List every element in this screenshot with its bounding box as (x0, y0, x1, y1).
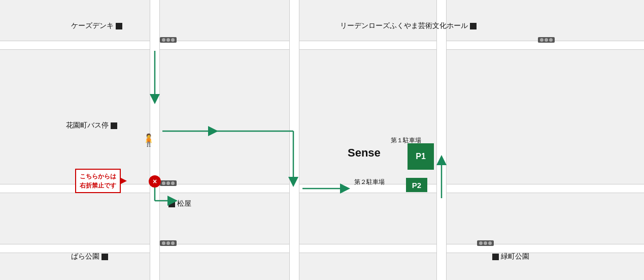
landmark-matsuya-icon (168, 201, 175, 207)
label-ks-denki: ケーズデンキ (71, 21, 122, 30)
traffic-signal-bot-left (160, 240, 177, 246)
no-right-turn-text: こちらからは右折禁止です (80, 173, 116, 189)
label-ks-denki-text: ケーズデンキ (71, 21, 114, 30)
no-right-turn-box: こちらからは右折禁止です (75, 169, 121, 193)
road-v-mid (289, 0, 299, 280)
landmark-midori-koen-icon (492, 254, 499, 260)
parking-p1-block: P1 (408, 143, 434, 170)
bus-stop-person-icon: 🧍 (141, 133, 156, 147)
parking-p2-label: 第２駐車場 (354, 178, 385, 186)
traffic-signal-mid-left (160, 180, 177, 186)
label-hanazono: 花園町バス停 (66, 121, 117, 130)
label-midori-koen-text: 緑町公園 (501, 252, 529, 261)
label-midori-koen: 緑町公園 (492, 252, 529, 261)
label-bara-koen: ばら公園 (71, 252, 108, 261)
label-matsuya: 松屋 (168, 199, 191, 208)
road-v-right (436, 0, 447, 280)
traffic-signal-top-left (160, 37, 177, 43)
label-bara-koen-text: ばら公園 (71, 252, 99, 261)
traffic-signal-bot-right (477, 240, 494, 246)
sense-label-text: Sense (348, 146, 381, 159)
landmark-bara-koen-icon (101, 254, 108, 260)
label-rieden-text: リーデンローズふくやま芸術文化ホール (340, 21, 468, 30)
landmark-ks-denki-icon (116, 23, 122, 29)
label-matsuya-text: 松屋 (177, 199, 191, 208)
map-container: ケーズデンキ リーデンローズふくやま芸術文化ホール 花園町バス停 🧍 松屋 ばら… (0, 0, 644, 280)
label-rieden: リーデンローズふくやま芸術文化ホール (340, 21, 477, 30)
landmark-hanazono-icon (111, 122, 117, 129)
label-hanazono-text: 花園町バス停 (66, 121, 109, 130)
parking-p2-block: P2 (406, 178, 427, 192)
landmark-rieden-icon (470, 23, 477, 29)
sense-building-label: Sense (348, 146, 381, 160)
no-entry-icon: × (149, 175, 161, 188)
traffic-signal-top-right (538, 37, 555, 43)
